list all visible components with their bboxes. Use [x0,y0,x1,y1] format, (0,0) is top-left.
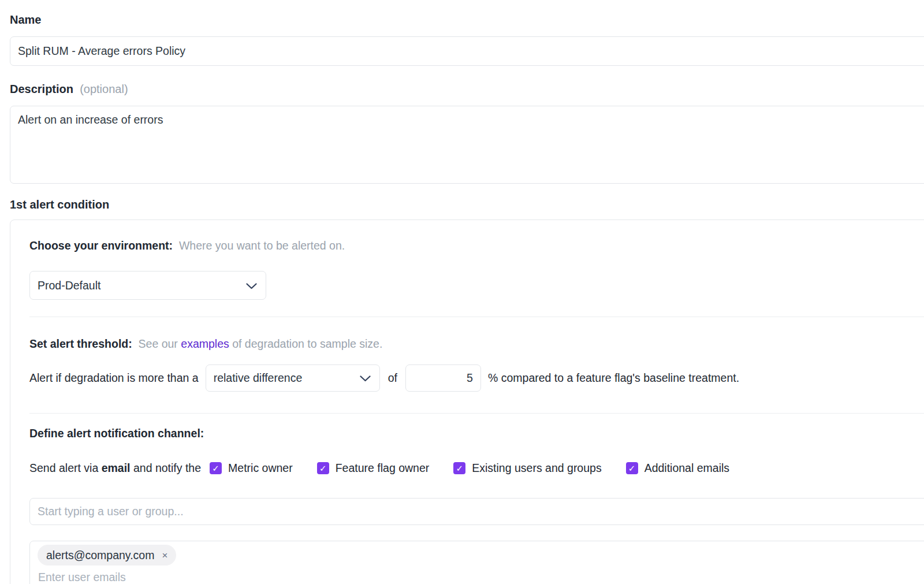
user-group-search-input[interactable] [29,498,924,525]
checkbox-label: Feature flag owner [336,462,430,475]
threshold-sentence-suffix: % compared to a feature flag's baseline … [488,371,739,385]
checkbox-metric-owner[interactable]: ✓ Metric owner [210,462,293,475]
name-input[interactable] [10,36,924,66]
checkbox-label: Existing users and groups [472,462,601,475]
condition-heading: 1st alert condition [10,198,924,211]
difference-type-value: relative difference [214,371,303,385]
threshold-sentence-prefix: Alert if degradation is more than a [29,371,199,385]
description-optional-text: (optional) [77,83,128,95]
chevron-down-icon [360,371,371,385]
checkbox-existing-users-groups[interactable]: ✓ Existing users and groups [453,462,601,475]
of-label: of [388,371,397,385]
description-label: Description (optional) [10,82,924,96]
chevron-down-icon [246,279,257,292]
notification-send-row: Send alert via email and notify the ✓ Me… [29,462,924,475]
environment-label: Choose your environment: Where you want … [29,239,924,253]
threshold-value-input[interactable] [405,364,481,392]
checkbox-additional-emails[interactable]: ✓ Additional emails [626,462,729,475]
alert-condition-panel: Choose your environment: Where you want … [10,220,924,584]
threshold-row: Alert if degradation is more than a rela… [29,364,924,392]
divider [29,413,924,414]
alert-policy-form: Name Description (optional) Alert on an … [0,0,924,584]
notification-heading: Define alert notification channel: [29,426,924,441]
send-sentence: Send alert via email and notify the [29,462,201,475]
checked-checkbox-icon[interactable]: ✓ [453,462,465,474]
checkbox-label: Additional emails [644,462,729,475]
description-label-text: Description [10,83,73,95]
remove-chip-icon[interactable]: × [162,550,167,560]
checked-checkbox-icon[interactable]: ✓ [626,462,638,474]
threshold-label: Set alert threshold: See our examples of… [29,337,924,351]
checkbox-feature-flag-owner[interactable]: ✓ Feature flag owner [317,462,430,475]
environment-selected-value: Prod-Default [38,279,100,292]
environment-select[interactable]: Prod-Default [29,271,266,300]
divider [29,317,924,317]
description-textarea[interactable]: Alert on an increase of errors [10,106,924,184]
checkbox-label: Metric owner [228,462,293,475]
email-input-placeholder: Enter user emails [38,571,924,584]
name-label: Name [10,13,924,27]
difference-type-select[interactable]: relative difference [206,364,380,392]
checked-checkbox-icon[interactable]: ✓ [210,462,222,474]
examples-link[interactable]: examples [181,337,229,350]
email-chip: alerts@company.com × [38,545,176,566]
additional-emails-input[interactable]: alerts@company.com × Enter user emails [29,541,924,584]
email-chip-text: alerts@company.com [46,549,154,562]
checked-checkbox-icon[interactable]: ✓ [317,462,329,474]
recipient-checkbox-group: ✓ Metric owner ✓ Feature flag owner ✓ Ex… [210,462,729,475]
